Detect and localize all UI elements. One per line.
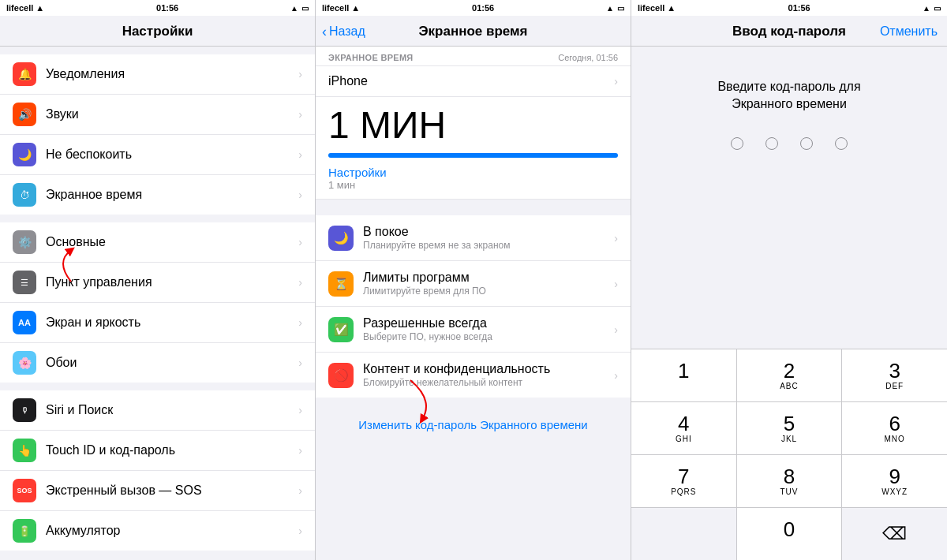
status-bar-left-2: lifecell ▲ [322, 3, 360, 13]
display-label: Экран и яркость [46, 315, 298, 330]
numpad-key-empty [631, 508, 736, 560]
screentime-device-name: iPhone [328, 74, 614, 88]
back-label: Назад [329, 24, 365, 39]
downtime-chevron: › [614, 232, 618, 245]
screentime-big-time: 1 МИН [316, 97, 631, 150]
notifications-label: Уведомления [46, 67, 298, 81]
numpad-key-2[interactable]: 2 ABC [737, 349, 842, 401]
notifications-icon: 🔔 [13, 62, 36, 86]
alwaysallowed-title: Разрешенные всегда [363, 316, 614, 330]
battery-label: Аккумулятор [46, 524, 298, 538]
numpad-letters-7: PQRS [671, 487, 696, 496]
numpad-letters-4: GHI [676, 435, 692, 443]
sounds-icon: 🔊 [13, 103, 36, 126]
numpad-key-7[interactable]: 7 PQRS [631, 455, 736, 507]
settings-item-sounds[interactable]: 🔊 Звуки › [0, 95, 315, 135]
contentprivacy-chevron: › [614, 369, 618, 382]
status-indicators-3: ▲ ▭ [923, 4, 941, 13]
alwaysallowed-icon: ✅ [328, 317, 354, 342]
arrow-annotation-2 [395, 376, 450, 424]
settings-item-touchid[interactable]: 👆 Touch ID и код-пароль › [0, 431, 315, 471]
panel-screentime: lifecell ▲ 01:56 ▲ ▭ ‹ Назад Экранное вр… [316, 0, 631, 560]
passcode-prompt: Введите код-пароль дляЭкранного времени [631, 47, 947, 137]
numpad-key-5[interactable]: 5 JKL [737, 402, 842, 454]
screentime-nav-header: ‹ Назад Экранное время [316, 16, 631, 47]
notifications-chevron: › [298, 68, 302, 80]
settings-item-notifications[interactable]: 🔔 Уведомления › [0, 54, 315, 95]
alwaysallowed-text: Разрешенные всегда Выберите ПО, нужное в… [363, 316, 614, 342]
contentprivacy-icon: 🚫 [328, 363, 354, 388]
numpad-letters-8: TUV [780, 487, 798, 496]
time-3: 01:56 [788, 3, 810, 13]
settings-item-sos[interactable]: SOS Экстренный вызов — SOS › [0, 471, 315, 511]
downtime-text: В покое Планируйте время не за экраном [363, 225, 614, 251]
status-bar-2: lifecell ▲ 01:56 ▲ ▭ [316, 0, 631, 16]
downtime-subtitle: Планируйте время не за экраном [363, 240, 614, 251]
battery-icon-2: ▭ [617, 4, 624, 13]
back-chevron-icon: ‹ [322, 24, 327, 40]
passcode-dots [631, 137, 947, 150]
back-button[interactable]: ‹ Назад [322, 24, 365, 40]
numpad-key-4[interactable]: 4 GHI [631, 402, 736, 454]
signal-icon-2: ▲ [351, 3, 360, 13]
numpad-letters-2: ABC [780, 382, 799, 390]
numpad-letters-5: JKL [781, 435, 797, 443]
screentime-section-time: Сегодня, 01:56 [558, 53, 618, 62]
downtime-icon: 🌙 [328, 226, 354, 251]
carrier-1: lifecell [6, 3, 33, 13]
numpad-key-6[interactable]: 6 MNO [842, 402, 947, 454]
settings-item-battery[interactable]: 🔋 Аккумулятор › [0, 511, 315, 551]
numpad-key-0[interactable]: 0 [737, 508, 842, 560]
screentime-settings-link[interactable]: Настройки [328, 166, 618, 179]
applimits-chevron: › [614, 278, 618, 290]
passcode-dot-1 [731, 137, 743, 150]
status-bar-3: lifecell ▲ 01:56 ▲ ▭ [631, 0, 947, 16]
sounds-label: Звуки [46, 107, 298, 121]
numpad-key-delete[interactable]: ⌫ [842, 508, 947, 560]
screentime-option-downtime[interactable]: 🌙 В покое Планируйте время не за экраном… [316, 215, 631, 261]
passcode-nav-title: Ввод код-пароля [732, 24, 846, 39]
sos-icon: SOS [13, 479, 36, 502]
screentime-device-row[interactable]: iPhone › [316, 66, 631, 97]
siri-chevron: › [298, 404, 302, 416]
settings-item-wallpaper[interactable]: 🌸 Обои › [0, 343, 315, 383]
screentime-section-label: ЭКРАННОЕ ВРЕМЯ [328, 53, 414, 62]
alwaysallowed-subtitle: Выберите ПО, нужное всегда [363, 331, 614, 342]
settings-item-screentime[interactable]: ⏱ Экранное время › [0, 175, 315, 215]
time-2: 01:56 [472, 3, 494, 13]
applimits-title: Лимиты программ [363, 271, 614, 285]
settings-item-general[interactable]: ⚙️ Основные › [0, 222, 315, 263]
numpad-letters-6: MNO [884, 435, 904, 443]
numpad-key-3[interactable]: 3 DEF [842, 349, 947, 401]
wifi-icon-3: ▲ [923, 4, 930, 13]
signal-icon-1: ▲ [36, 3, 44, 13]
numpad-key-9[interactable]: 9 WXYZ [842, 455, 947, 507]
change-passcode-link[interactable]: Изменить код-пароль Экранного времени [358, 418, 587, 431]
settings-item-donotdisturb[interactable]: 🌙 Не беспокоить › [0, 135, 315, 175]
panel-settings: lifecell ▲ 01:56 ▲ ▭ Настройки 🔔 Уведомл… [0, 0, 316, 560]
status-indicators-1: ▲ ▭ [290, 4, 309, 13]
screentime-option-alwaysallowed[interactable]: ✅ Разрешенные всегда Выберите ПО, нужное… [316, 307, 631, 353]
settings-title: Настройки [122, 24, 193, 39]
device-chevron: › [614, 75, 618, 88]
status-indicators-2: ▲ ▭ [606, 4, 624, 13]
donotdisturb-label: Не беспокоить [46, 147, 298, 162]
numpad-key-8[interactable]: 8 TUV [737, 455, 842, 507]
screentime-option-contentprivacy[interactable]: 🚫 Контент и конфиденциальность Блокируйт… [316, 353, 631, 398]
numpad-number-5: 5 [784, 413, 795, 434]
settings-group-2: ⚙️ Основные › ☰ Пункт уп [0, 222, 315, 383]
screentime-options: 🌙 В покое Планируйте время не за экраном… [316, 215, 631, 398]
applimits-subtitle: Лимитируйте время для ПО [363, 286, 614, 297]
controlcenter-chevron: › [298, 276, 302, 289]
screentime-option-applimits[interactable]: ⏳ Лимиты программ Лимитируйте время для … [316, 261, 631, 307]
passcode-content: Введите код-пароль дляЭкранного времени … [631, 47, 947, 560]
screentime-minutes-display: 1 МИН [328, 103, 618, 147]
settings-item-display[interactable]: AA Экран и яркость › [0, 303, 315, 343]
numpad-key-1[interactable]: 1 [631, 349, 736, 401]
settings-item-siri[interactable]: 🎙 Siri и Поиск › [0, 390, 315, 431]
passcode-cancel-button[interactable]: Отменить [880, 24, 938, 39]
battery-icon: 🔋 [13, 519, 36, 543]
settings-group-1: 🔔 Уведомления › 🔊 Звуки › 🌙 Не беспокоит… [0, 54, 315, 215]
battery-icon-3: ▭ [934, 4, 941, 13]
battery-chevron: › [298, 525, 302, 537]
